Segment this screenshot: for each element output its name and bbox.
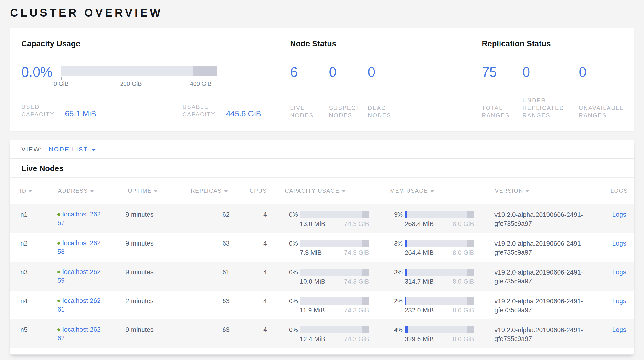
capacity-max-value: 74.3 GiB	[344, 220, 369, 228]
node-cpus-cell: 4	[236, 291, 275, 319]
capacity-percent: 0%	[286, 269, 298, 276]
node-status-section: Node Status 6 0 0 LIVE NODES SUSPECT NOD…	[283, 28, 477, 131]
mem-percent: 2%	[391, 298, 403, 305]
capacity-usage-section: Capacity Usage 0.0%	[10, 28, 283, 131]
capacity-bar	[300, 269, 369, 276]
node-address-link[interactable]: localhost:26259	[58, 268, 118, 285]
node-replicas-cell: 61	[175, 262, 236, 291]
column-header-address[interactable]: ADDRESS	[48, 177, 118, 204]
logs-link[interactable]: Logs	[612, 211, 626, 218]
table-row: n5 localhost:26262 9 minutes 63 4 0% 12.…	[10, 319, 634, 348]
mem-max-value: 8.0 GiB	[452, 307, 474, 314]
live-nodes-count: 6	[290, 65, 329, 79]
column-header-id[interactable]: ID	[10, 177, 48, 204]
axis-label-400gib: 400 GiB	[190, 80, 212, 87]
replication-status-section: Replication Status 75 0 0 TOTAL RANGES U…	[477, 28, 634, 131]
sort-arrow-icon	[29, 190, 32, 193]
capacity-meter-reserved-segment	[193, 66, 216, 76]
view-selected-value: NODE LIST	[49, 146, 88, 153]
column-header-capacity-usage[interactable]: CAPACITY USAGE	[275, 177, 380, 204]
node-capacity-usage-cell: 0% 11.9 MiB74.3 GiB	[275, 291, 380, 319]
capacity-max-value: 74.3 GiB	[344, 335, 369, 343]
view-bar: VIEW: NODE LIST	[10, 140, 634, 159]
node-address-link[interactable]: localhost:26261	[58, 296, 118, 314]
mem-percent: 3%	[391, 211, 403, 218]
node-live-dot-icon	[58, 299, 60, 302]
live-nodes-header: Live Nodes	[10, 159, 634, 177]
view-selector-dropdown[interactable]: NODE LIST	[49, 146, 96, 153]
sort-arrow-icon	[526, 190, 529, 193]
node-id-cell: n5	[10, 319, 48, 348]
node-address-link[interactable]: localhost:26262	[58, 325, 118, 342]
node-mem-usage-cell: 3% 314.7 MiB8.0 GiB	[380, 262, 485, 291]
capacity-meter: 0 GiB 200 GiB 400 GiB	[61, 66, 216, 88]
node-live-dot-icon	[58, 242, 60, 245]
total-ranges-label: TOTAL RANGES	[482, 104, 522, 119]
summary-panel: Capacity Usage 0.0%	[10, 28, 634, 131]
used-capacity-stat: USED CAPACITY 65.1 MiB	[21, 103, 96, 118]
table-row: n1 localhost:26257 9 minutes 62 4 0% 13.…	[10, 204, 634, 233]
column-header-replicas[interactable]: REPLICAS	[175, 177, 236, 204]
capacity-used-value: 13.0 MiB	[300, 220, 325, 228]
mem-max-value: 8.0 GiB	[452, 249, 474, 257]
node-live-dot-icon	[58, 328, 60, 331]
node-cpus-cell: 4	[236, 233, 275, 262]
column-header-mem-usage[interactable]: MEM USAGE	[380, 177, 485, 204]
replication-status-title: Replication Status	[482, 39, 634, 49]
under-replicated-ranges-label: UNDER-REPLICATED RANGES	[522, 97, 574, 119]
logs-link[interactable]: Logs	[612, 269, 626, 276]
table-header-row: ID ADDRESS UPTIME REPLICAS CPUS CAPACITY…	[10, 177, 634, 204]
node-status-title: Node Status	[290, 39, 477, 49]
table-body: n1 localhost:26257 9 minutes 62 4 0% 13.…	[10, 204, 634, 354]
node-version-cell: v19.2.0-alpha.20190606-2491-gfe735c9a97	[485, 319, 600, 348]
axis-label-200gib: 200 GiB	[120, 80, 142, 87]
cluster-overview-page: CLUSTER OVERVIEW Capacity Usage 0.0%	[0, 0, 644, 355]
node-uptime-cell: 9 minutes	[118, 262, 175, 291]
mem-percent: 3%	[391, 269, 403, 276]
usable-capacity-label: USABLE CAPACITY	[182, 103, 224, 118]
node-address-cell: localhost:26257	[48, 204, 118, 233]
capacity-meter-ticks	[61, 76, 216, 80]
logs-link[interactable]: Logs	[612, 326, 626, 333]
view-label: VIEW:	[21, 146, 42, 153]
mem-bar	[405, 297, 474, 305]
sort-arrow-icon	[154, 190, 158, 193]
node-address-cell: localhost:26262	[48, 319, 118, 348]
node-replicas-cell: 63	[175, 319, 236, 348]
node-id-cell: n2	[10, 233, 48, 262]
capacity-bar	[300, 297, 369, 305]
column-header-uptime[interactable]: UPTIME	[118, 177, 175, 204]
page-title: CLUSTER OVERVIEW	[10, 6, 634, 21]
table-row: n4 localhost:26261 2 minutes 63 4 0% 11.…	[10, 291, 634, 319]
mem-used-value: 268.4 MiB	[405, 220, 434, 228]
node-address-link[interactable]: localhost:26258	[58, 239, 118, 256]
node-replicas-cell: 63	[175, 233, 236, 262]
logs-link[interactable]: Logs	[612, 240, 626, 247]
mem-bar	[405, 326, 474, 333]
table-row-partial	[10, 348, 634, 354]
node-uptime-cell: 2 minutes	[118, 291, 175, 319]
capacity-bar	[300, 211, 369, 218]
node-mem-usage-cell: 4% 329.6 MiB8.0 GiB	[380, 319, 485, 348]
node-logs-cell: Logs	[600, 204, 634, 233]
mem-bar	[405, 211, 474, 218]
logs-link[interactable]: Logs	[612, 297, 626, 305]
capacity-percent: 0%	[286, 298, 298, 305]
node-cpus-cell: 4	[236, 319, 275, 348]
axis-label-0gib: 0 GiB	[54, 80, 69, 87]
suspect-nodes-count: 0	[329, 65, 368, 79]
capacity-meter-axis-labels: 0 GiB 200 GiB 400 GiB	[61, 80, 216, 88]
node-version-cell: v19.2.0-alpha.20190606-2491-gfe735c9a97	[485, 262, 600, 291]
sort-arrow-icon	[430, 190, 434, 193]
node-id-cell: n4	[10, 291, 48, 319]
column-header-version[interactable]: VERSION	[485, 177, 600, 204]
sort-arrow-icon	[90, 190, 94, 193]
nodes-panel: VIEW: NODE LIST Live Nodes ID ADDRESS UP…	[10, 140, 634, 355]
used-capacity-label: USED CAPACITY	[21, 103, 62, 118]
node-cpus-cell: 4	[236, 204, 275, 233]
capacity-used-value: 10.0 MiB	[300, 278, 325, 285]
mem-percent: 3%	[391, 240, 403, 247]
node-version-cell: v19.2.0-alpha.20190606-2491-gfe735c9a97	[485, 291, 600, 319]
node-address-link[interactable]: localhost:26257	[58, 210, 118, 227]
node-version-cell: v19.2.0-alpha.20190606-2491-gfe735c9a97	[485, 204, 600, 233]
